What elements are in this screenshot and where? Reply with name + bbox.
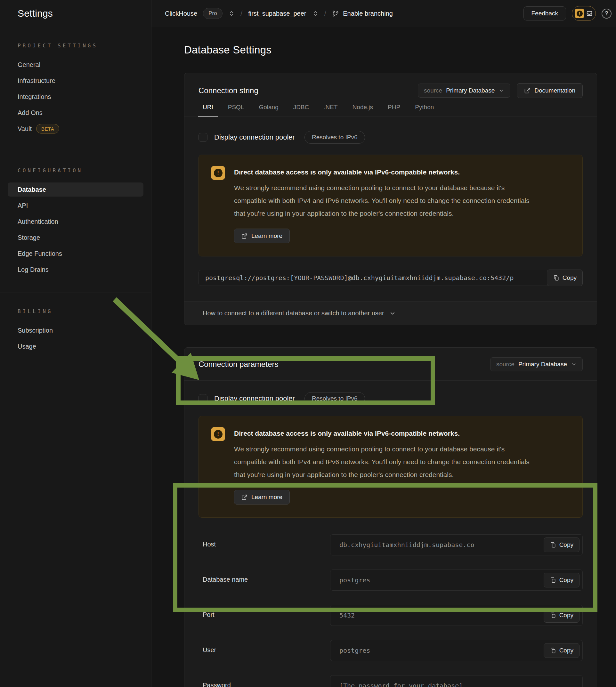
sidebar-section-title: BILLING	[0, 308, 151, 323]
connection-parameter-fields: Hostdb.cxhygiuitamxhniiddjm.supabase.coC…	[198, 534, 583, 687]
page-header-title: Settings	[18, 8, 53, 19]
copy-button[interactable]: Copy	[544, 537, 579, 552]
field-label: Host	[203, 534, 330, 548]
field-input-user[interactable]: postgresCopy	[330, 640, 583, 661]
field-row-database-name: Database namepostgresCopy	[198, 570, 583, 591]
field-input-port[interactable]: 5432Copy	[330, 605, 583, 626]
source-value: Primary Database	[446, 87, 494, 94]
sidebar-item-integrations[interactable]: Integrations	[8, 90, 144, 104]
enable-branching-button[interactable]: Enable branching	[332, 10, 393, 17]
sidebar-item-label: General	[18, 61, 40, 68]
beta-badge: BETA	[36, 124, 59, 133]
copy-icon	[553, 275, 559, 281]
warning-content: Direct database access is only available…	[234, 166, 538, 243]
sidebar-item-label: API	[18, 202, 28, 209]
tab-uri[interactable]: URI	[198, 104, 218, 116]
connection-string-body: Display connection pooler Resolves to IP…	[184, 117, 597, 301]
source-select[interactable]: source Primary Database	[490, 357, 583, 371]
sidebar-item-label: Subscription	[18, 327, 53, 334]
connection-parameters-header: Connection parameters source Primary Dat…	[184, 348, 597, 381]
sidebar-item-add-ons[interactable]: Add Ons	[8, 106, 144, 120]
field-row-password: Password[The password for your database]	[198, 675, 583, 687]
sidebar-item-subscription[interactable]: Subscription	[8, 323, 144, 337]
connection-string-value: postgresql://postgres:[YOUR-PASSWORD]@db…	[205, 274, 513, 282]
field-input-password[interactable]: [The password for your database]	[330, 675, 583, 687]
chevron-down-icon	[499, 88, 504, 93]
tab-golang[interactable]: Golang	[254, 104, 283, 116]
topbar-actions: Feedback ! ?	[524, 6, 616, 21]
field-input-host[interactable]: db.cxhygiuitamxhniiddjm.supabase.coCopy	[330, 534, 583, 555]
sidebar-nav: PROJECT SETTINGSGeneralInfrastructureInt…	[0, 27, 151, 370]
pooler-row: Display connection pooler Resolves to IP…	[198, 131, 583, 144]
inbox-icon	[586, 10, 593, 17]
chevron-selector-icon[interactable]	[228, 10, 235, 17]
connection-parameters-body: Display connection pooler Resolves to IP…	[184, 381, 597, 687]
source-label: source	[424, 87, 442, 94]
source-value: Primary Database	[518, 361, 567, 368]
app-window: Settings ClickHouse Pro / first_supabase…	[0, 0, 616, 687]
field-row-user: UserpostgresCopy	[198, 640, 583, 661]
sidebar-item-infrastructure[interactable]: Infrastructure	[8, 74, 144, 88]
help-icon[interactable]: ?	[601, 9, 612, 19]
field-row-host: Hostdb.cxhygiuitamxhniiddjm.supabase.coC…	[198, 534, 583, 555]
copy-icon	[550, 577, 556, 583]
enable-branching-label: Enable branching	[343, 10, 393, 17]
sidebar-item-label: Storage	[18, 234, 40, 241]
documentation-button[interactable]: Documentation	[517, 83, 583, 98]
tab-python[interactable]: Python	[411, 104, 438, 116]
alert-icon: !	[211, 166, 225, 180]
source-label: source	[496, 361, 514, 368]
copy-button[interactable]: Copy	[544, 643, 579, 658]
field-value: postgres	[339, 576, 370, 584]
topbar-settings-zone: Settings	[0, 0, 151, 27]
connection-help-expander[interactable]: How to connect to a different database o…	[184, 301, 597, 325]
chevron-selector-icon[interactable]	[312, 10, 318, 17]
learn-more-button[interactable]: Learn more	[234, 228, 290, 243]
notifications-button[interactable]: !	[572, 6, 596, 21]
sidebar-item-label: Infrastructure	[18, 77, 56, 85]
tab-php[interactable]: PHP	[383, 104, 405, 116]
sidebar-item-usage[interactable]: Usage	[8, 339, 144, 353]
connection-string-field[interactable]: postgresql://postgres:[YOUR-PASSWORD]@db…	[198, 270, 583, 286]
sidebar-item-label: Integrations	[18, 93, 51, 101]
card-title: Connection parameters	[198, 360, 278, 369]
ipv6-warning-panel: ! Direct database access is only availab…	[198, 416, 583, 518]
copy-button[interactable]: Copy	[544, 608, 579, 623]
sidebar-section-title: CONFIGURATION	[0, 168, 151, 182]
tab-psql[interactable]: PSQL	[223, 104, 249, 116]
tab-node-js[interactable]: Node.js	[348, 104, 377, 116]
display-connection-pooler-checkbox[interactable]	[198, 394, 207, 403]
expander-label: How to connect to a different database o…	[203, 310, 384, 317]
breadcrumb-org[interactable]: ClickHouse	[165, 10, 197, 17]
copy-button[interactable]: Copy	[547, 269, 583, 286]
field-input-database-name[interactable]: postgresCopy	[330, 570, 583, 591]
chevron-down-icon	[571, 361, 577, 367]
settings-sidebar: PROJECT SETTINGSGeneralInfrastructureInt…	[0, 27, 151, 687]
card-actions: source Primary Database	[490, 357, 583, 371]
warning-title: Direct database access is only available…	[234, 429, 538, 437]
sidebar-item-storage[interactable]: Storage	[8, 230, 144, 245]
sidebar-item-log-drains[interactable]: Log Drains	[8, 263, 144, 276]
breadcrumb-separator: /	[240, 9, 243, 18]
sidebar-item-label: Vault	[18, 125, 32, 133]
sidebar-item-api[interactable]: API	[8, 198, 144, 213]
copy-icon	[550, 647, 556, 654]
breadcrumb-project[interactable]: first_supabase_peer	[248, 10, 306, 17]
sidebar-item-vault[interactable]: VaultBETA	[8, 121, 144, 136]
sidebar-section-title: PROJECT SETTINGS	[0, 43, 151, 58]
feedback-button[interactable]: Feedback	[524, 6, 566, 21]
tab-jdbc[interactable]: JDBC	[289, 104, 314, 116]
ipv6-warning-panel: ! Direct database access is only availab…	[198, 155, 583, 257]
display-connection-pooler-checkbox[interactable]	[198, 133, 207, 142]
alert-notification-icon: !	[575, 9, 584, 18]
source-select[interactable]: source Primary Database	[418, 84, 510, 98]
pooler-label: Display connection pooler	[214, 394, 295, 403]
learn-more-button[interactable]: Learn more	[234, 490, 290, 505]
warning-body: We strongly recommend using connection p…	[234, 443, 538, 481]
copy-button[interactable]: Copy	[544, 573, 579, 588]
tab-net[interactable]: .NET	[319, 104, 342, 116]
sidebar-item-database[interactable]: Database	[8, 182, 144, 197]
sidebar-item-general[interactable]: General	[8, 58, 144, 72]
sidebar-item-edge-functions[interactable]: Edge Functions	[8, 246, 144, 261]
sidebar-item-authentication[interactable]: Authentication	[8, 215, 144, 228]
